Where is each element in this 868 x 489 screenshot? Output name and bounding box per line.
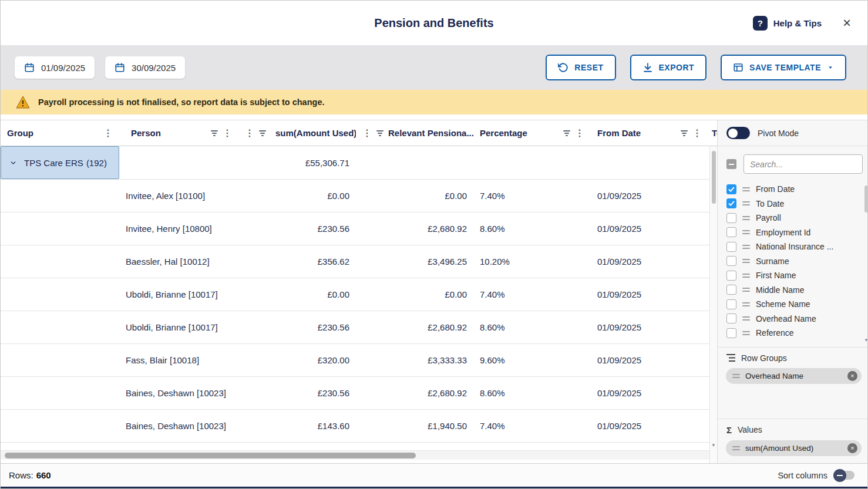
column-header-relevant-pensionable[interactable]: ⋮ Relevant Pensiona... — [356, 120, 473, 146]
drag-handle-icon[interactable] — [742, 316, 750, 321]
drag-handle-icon[interactable] — [742, 201, 750, 205]
table-row[interactable]: Baessler, Hal [10012] £356.62 £3,496.25 … — [1, 245, 709, 278]
column-checkbox[interactable] — [726, 198, 736, 208]
column-checkbox[interactable] — [726, 313, 736, 323]
column-toggle-item[interactable]: Overhead Name — [726, 312, 862, 326]
vertical-scrollbar-thumb[interactable] — [712, 151, 716, 204]
remove-icon[interactable]: × — [847, 443, 857, 453]
filter-icon[interactable] — [376, 130, 383, 136]
column-menu-icon[interactable]: ⋮ — [223, 129, 232, 138]
vertical-scrollbar[interactable]: ▼ — [709, 146, 717, 463]
column-label: Relevant Pensiona... — [388, 128, 473, 138]
column-checkbox[interactable] — [726, 227, 736, 237]
table-row[interactable]: Invitee, Alex [10100] £0.00 £0.00 7.40% … — [1, 180, 709, 213]
chevron-down-icon[interactable] — [9, 159, 17, 167]
column-menu-icon[interactable]: ⋮ — [692, 129, 702, 138]
drag-handle-icon[interactable] — [742, 288, 750, 292]
column-menu-icon[interactable]: ⋮ — [362, 129, 372, 138]
percentage-cell: 8.60% — [473, 213, 591, 245]
column-toggle-item[interactable]: Employment Id — [726, 225, 862, 240]
start-date-value: 01/09/2025 — [41, 63, 85, 73]
column-checkbox[interactable] — [726, 299, 736, 309]
column-header-from-date[interactable]: From Date ⋮ — [591, 120, 708, 146]
export-button[interactable]: EXPORT — [630, 55, 707, 80]
filter-icon[interactable] — [681, 130, 688, 136]
group-cell-empty — [1, 311, 119, 343]
sort-columns-toggle[interactable] — [835, 471, 854, 480]
column-header-sum-amount-used[interactable]: ⋮ sum(Amount Used) — [238, 120, 356, 146]
scroll-down-icon[interactable]: ▼ — [711, 443, 716, 448]
horizontal-scrollbar-thumb[interactable] — [5, 453, 416, 458]
from-date-cell: 01/09/2025 — [591, 278, 708, 311]
scroll-down-icon[interactable]: ▼ — [864, 338, 868, 343]
column-checkbox[interactable] — [726, 328, 736, 338]
column-toggle-item[interactable]: National Insurance ... — [726, 240, 862, 254]
drag-handle-icon[interactable] — [742, 216, 750, 220]
column-checkbox[interactable] — [726, 256, 736, 266]
column-menu-icon[interactable]: ⋮ — [103, 129, 113, 138]
column-toggle-item[interactable]: Reference — [726, 326, 862, 340]
group-row: TPS Care ERS (192) £55,306.71 — [1, 146, 709, 180]
horizontal-scrollbar[interactable] — [1, 450, 709, 460]
drag-handle-icon[interactable] — [742, 331, 750, 335]
from-date-cell: 01/09/2025 — [591, 311, 708, 343]
column-checkbox[interactable] — [726, 213, 736, 223]
drag-handle-icon[interactable] — [732, 374, 740, 378]
toolbar-actions: RESET EXPORT SAVE TEMPLATE — [546, 55, 846, 80]
column-menu-icon[interactable]: ⋮ — [575, 129, 584, 138]
column-toggle-item[interactable]: Middle Name — [726, 283, 862, 298]
table-row[interactable]: Invitee, Henry [10800] £230.56 £2,680.92… — [1, 213, 709, 245]
remove-icon[interactable]: × — [847, 371, 857, 381]
columns-tool-panel: Pivot Mode From Date — [717, 120, 868, 463]
filter-icon[interactable] — [563, 130, 570, 136]
filter-icon[interactable] — [211, 130, 218, 136]
column-toggle-item[interactable]: From Date — [726, 182, 862, 197]
table-row[interactable]: Fass, Blair [10018] £320.00 £3,333.33 9.… — [1, 344, 709, 377]
drag-handle-icon[interactable] — [742, 245, 750, 249]
table-row[interactable]: Baines, Deshawn [10023] £230.56 £2,680.9… — [1, 377, 709, 410]
column-checkbox[interactable] — [726, 242, 736, 252]
group-cell-empty — [1, 377, 119, 409]
column-menu-icon[interactable]: ⋮ — [245, 129, 254, 138]
group-cell-empty — [1, 180, 119, 212]
group-cell-tps-care-ers[interactable]: TPS Care ERS (192) — [1, 146, 119, 179]
reset-button[interactable]: RESET — [546, 55, 615, 80]
pivot-mode-toggle[interactable] — [726, 127, 750, 139]
drag-handle-icon[interactable] — [742, 302, 750, 306]
drag-handle-icon[interactable] — [742, 274, 750, 278]
column-header-percentage[interactable]: Percentage ⋮ — [473, 120, 591, 146]
column-header-to-date[interactable]: To Date — [708, 120, 717, 146]
filter-icon[interactable] — [259, 130, 266, 136]
table-row[interactable]: Baines, Deshawn [10023] £143.60 £1,940.5… — [1, 410, 709, 443]
column-toggle-item[interactable]: First Name — [726, 268, 862, 283]
column-toggle-item[interactable]: To Date — [726, 197, 862, 211]
row-group-pill-overhead-name[interactable]: Overhead Name × — [726, 368, 862, 384]
search-input[interactable] — [743, 154, 863, 174]
drag-handle-icon[interactable] — [742, 259, 750, 263]
reset-icon — [558, 62, 568, 73]
close-icon[interactable]: × — [843, 16, 851, 30]
column-header-group[interactable]: Group ⋮ — [1, 120, 119, 146]
column-header-person[interactable]: Person ⋮ — [119, 120, 238, 146]
table-row[interactable]: Uboldi, Brianne [10017] £0.00 £0.00 7.40… — [1, 278, 709, 311]
drag-handle-icon[interactable] — [742, 187, 750, 191]
table-row[interactable]: Uboldi, Brianne [10017] £230.56 £2,680.9… — [1, 311, 709, 344]
column-checkbox[interactable] — [726, 285, 736, 295]
column-toggle-item[interactable]: Payroll — [726, 211, 862, 225]
save-template-button[interactable]: SAVE TEMPLATE — [721, 55, 846, 80]
drag-handle-icon[interactable] — [742, 230, 750, 234]
value-pill-sum-amount-used[interactable]: sum(Amount Used) × — [726, 440, 862, 456]
end-date-input[interactable]: 30/09/2025 — [105, 56, 185, 79]
help-tips-button[interactable]: ? Help & Tips — [753, 16, 822, 31]
values-section: Σ Values sum(Amount Used) × — [718, 416, 868, 463]
column-toggle-item[interactable]: Scheme Name — [726, 297, 862, 312]
column-toggle-item[interactable]: Surname — [726, 254, 862, 269]
drag-handle-icon[interactable] — [732, 446, 740, 450]
relevant-pensionable-cell: £1,940.50 — [356, 410, 473, 442]
column-checkbox[interactable] — [726, 184, 736, 194]
start-date-input[interactable]: 01/09/2025 — [15, 56, 95, 79]
list-scrollbar-thumb[interactable] — [864, 186, 868, 213]
percentage-cell: 8.60% — [473, 311, 591, 343]
select-all-checkbox[interactable] — [726, 159, 736, 169]
column-checkbox[interactable] — [726, 271, 736, 281]
